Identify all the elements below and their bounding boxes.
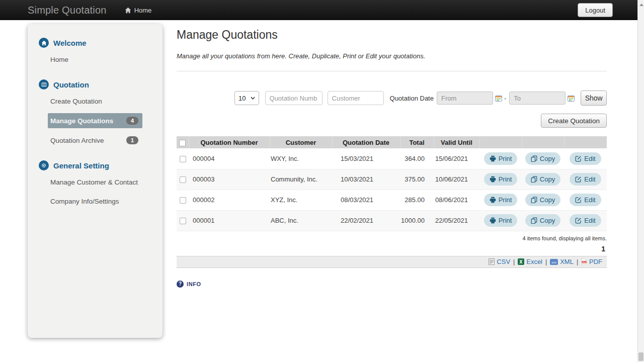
separator: | bbox=[577, 258, 578, 265]
sidebar-item-label: Create Quotation bbox=[50, 98, 102, 105]
sidebar-item-create-quotation[interactable]: Create Quotation bbox=[48, 94, 142, 109]
divider bbox=[177, 71, 607, 71]
print-button[interactable]: Print bbox=[484, 194, 518, 206]
sidebar-item-manage-quotations[interactable]: Manage Quotations 4 bbox=[48, 113, 142, 128]
book-circle-icon bbox=[39, 79, 49, 89]
cell-customer: WXY, Inc. bbox=[270, 148, 332, 169]
select-all-checkbox[interactable] bbox=[179, 140, 186, 146]
show-button[interactable]: Show bbox=[581, 90, 607, 106]
page-size-value: 10 bbox=[238, 95, 246, 102]
cell-number: 000001 bbox=[189, 210, 270, 231]
column-header-customer: Customer bbox=[270, 136, 332, 148]
date-range-separator: - bbox=[504, 95, 506, 102]
nav-home-link[interactable]: Home bbox=[125, 7, 152, 14]
edit-button[interactable]: Edit bbox=[570, 173, 601, 186]
create-quotation-button[interactable]: Create Quotation bbox=[541, 114, 607, 128]
count-badge: 1 bbox=[126, 136, 138, 144]
print-button[interactable]: Print bbox=[484, 173, 518, 186]
button-label: Copy bbox=[540, 217, 555, 224]
page-title: Manage Quotations bbox=[177, 28, 607, 42]
xml-icon: xml bbox=[550, 259, 558, 265]
customer-input[interactable] bbox=[328, 91, 384, 105]
section-title: Welcome bbox=[53, 39, 87, 47]
cell-number: 000002 bbox=[189, 190, 270, 210]
printer-icon bbox=[490, 197, 496, 203]
copy-button[interactable]: Copy bbox=[525, 152, 560, 165]
sidebar-item-home[interactable]: Home bbox=[48, 52, 142, 67]
section-title: Quotation bbox=[53, 80, 89, 89]
page-subtitle: Manage all your quotations from here. Cr… bbox=[177, 52, 607, 60]
button-label: Copy bbox=[540, 155, 555, 162]
cell-date: 10/03/2021 bbox=[332, 169, 400, 190]
separator: | bbox=[513, 258, 515, 265]
page-size-select[interactable]: 10 bbox=[234, 91, 259, 105]
edit-button[interactable]: Edit bbox=[570, 194, 601, 206]
row-checkbox[interactable] bbox=[180, 176, 186, 183]
pagination-current-page: 1 bbox=[177, 245, 607, 253]
svg-text:PDF: PDF bbox=[582, 261, 586, 263]
print-button[interactable]: Print bbox=[484, 152, 518, 165]
copy-button[interactable]: Copy bbox=[525, 173, 560, 186]
export-pdf-link[interactable]: PDF PDF bbox=[581, 258, 602, 265]
copy-icon bbox=[531, 217, 537, 224]
cell-valid-until: 15/06/2021 bbox=[434, 148, 479, 169]
copy-button[interactable]: Copy bbox=[525, 214, 560, 227]
copy-button[interactable]: Copy bbox=[525, 194, 560, 206]
sidebar-section-header: Welcome bbox=[39, 38, 163, 48]
sidebar-item-quotation-archive[interactable]: Quotation Archive 1 bbox=[48, 133, 142, 148]
sidebar-item-label: Company Info/Settings bbox=[50, 198, 119, 205]
cell-total: 364.00 bbox=[400, 148, 434, 169]
table-row: 000001 ABC, Inc. 22/02/2021 1000.00 22/0… bbox=[177, 210, 607, 231]
quotation-number-input[interactable] bbox=[265, 91, 323, 105]
row-checkbox[interactable] bbox=[180, 197, 186, 204]
sidebar-section-general-setting: General Setting Manage Customer & Contac… bbox=[28, 160, 163, 209]
copy-icon bbox=[531, 155, 537, 162]
row-checkbox[interactable] bbox=[180, 156, 186, 162]
copy-icon bbox=[531, 197, 537, 203]
export-excel-link[interactable]: Excel bbox=[518, 258, 542, 265]
cell-date: 08/03/2021 bbox=[332, 190, 400, 210]
edit-icon bbox=[575, 197, 582, 203]
scrollbar[interactable] bbox=[637, 0, 644, 362]
print-button[interactable]: Print bbox=[484, 214, 518, 227]
quotations-table: Quotation Number Customer Quotation Date… bbox=[177, 136, 607, 231]
cell-valid-until: 10/06/2021 bbox=[434, 169, 479, 190]
row-checkbox[interactable] bbox=[180, 218, 186, 224]
calendar-icon[interactable] bbox=[495, 95, 502, 102]
app-title: Simple Quotation bbox=[28, 5, 107, 16]
sidebar-item-label: Manage Customer & Contact bbox=[50, 178, 138, 186]
copy-icon bbox=[531, 176, 537, 183]
table-row: 000003 Community, Inc. 10/03/2021 375.00… bbox=[177, 169, 607, 190]
sidebar-section-header: Quotation bbox=[39, 79, 163, 89]
column-header-valid: Valid Until bbox=[434, 136, 479, 148]
export-csv-link[interactable]: CSV bbox=[489, 258, 510, 265]
items-found-status: 4 items found, displaying all items. bbox=[177, 235, 607, 241]
scrollbar-up-arrow-icon[interactable] bbox=[639, 4, 643, 6]
logout-button[interactable]: Logout bbox=[578, 3, 613, 17]
cell-total: 285.00 bbox=[400, 190, 434, 210]
quotation-date-label: Quotation Date bbox=[390, 95, 434, 102]
table-row: 000002 XYZ, Inc. 08/03/2021 285.00 08/06… bbox=[177, 190, 607, 210]
cell-number: 000003 bbox=[189, 169, 270, 190]
svg-text:xml: xml bbox=[551, 260, 556, 263]
export-xml-link[interactable]: xml XML bbox=[550, 258, 574, 265]
edit-button[interactable]: Edit bbox=[570, 214, 601, 227]
chevron-down-icon bbox=[251, 97, 255, 100]
column-header-number: Quotation Number bbox=[189, 136, 270, 148]
sidebar-item-manage-customer-contact[interactable]: Manage Customer & Contact bbox=[48, 175, 142, 190]
printer-icon bbox=[490, 155, 496, 162]
calendar-icon[interactable] bbox=[568, 95, 575, 102]
date-to-input[interactable] bbox=[509, 92, 566, 105]
cell-customer: Community, Inc. bbox=[270, 169, 332, 190]
edit-button[interactable]: Edit bbox=[570, 152, 601, 165]
sidebar-item-company-info-settings[interactable]: Company Info/Settings bbox=[48, 194, 142, 209]
scrollbar-thumb[interactable] bbox=[638, 352, 643, 361]
info-link[interactable]: ? INFO bbox=[177, 281, 607, 288]
link-label: CSV bbox=[497, 258, 510, 265]
date-from-input[interactable] bbox=[437, 92, 493, 105]
button-label: Copy bbox=[540, 175, 555, 183]
excel-icon bbox=[518, 258, 524, 265]
sidebar-section-quotation: Quotation Create Quotation Manage Quotat… bbox=[28, 79, 163, 148]
column-header-date: Quotation Date bbox=[332, 136, 400, 148]
main-content: Manage Quotations Manage all your quotat… bbox=[177, 20, 607, 288]
